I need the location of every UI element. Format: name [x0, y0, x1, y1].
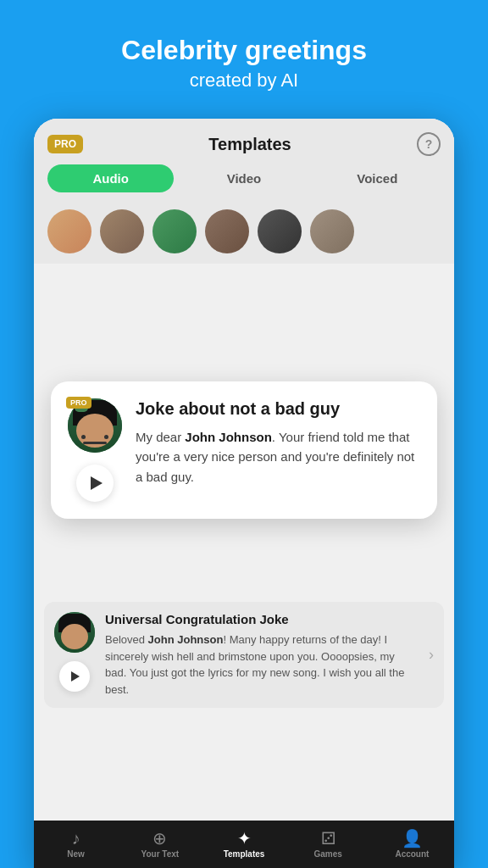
list-play-icon [71, 671, 80, 682]
play-icon [91, 476, 103, 490]
nav-item-your-text[interactable]: ⊕ Your Text [118, 821, 202, 868]
tab-video[interactable]: Video [180, 164, 307, 192]
nav-item-games[interactable]: ⚂ Games [286, 821, 370, 868]
card-celeb-avatar-container: PRO [68, 398, 122, 453]
tab-audio[interactable]: Audio [47, 164, 174, 192]
templates-icon: ✦ [237, 830, 252, 847]
celebrity-avatar-3[interactable] [152, 209, 197, 253]
card-right: Joke about not a bad guy My dear John Jo… [136, 398, 420, 502]
account-icon: 👤 [402, 830, 423, 847]
card-title: Joke about not a bad guy [136, 398, 420, 419]
card-play-button[interactable] [76, 465, 114, 502]
featured-card: PRO Joke about [51, 381, 437, 519]
list-item[interactable]: Universal Congratulation Joke Beloved Jo… [44, 602, 444, 708]
tab-voiced[interactable]: Voiced [314, 164, 441, 192]
header-title-line2: created by AI [17, 70, 471, 92]
celebrity-avatar-2[interactable] [100, 209, 144, 253]
card-pro-badge: PRO [66, 397, 92, 409]
card-body: My dear John Johnson. Your friend told m… [136, 427, 420, 487]
nav-item-new[interactable]: ♪ New [34, 821, 118, 868]
list-item-title: Universal Congratulation Joke [105, 612, 419, 626]
nav-label-games: Games [314, 849, 342, 859]
celebrity-avatar-4[interactable] [205, 209, 249, 253]
card-left: PRO [68, 398, 122, 502]
list-name: John Johnson [148, 633, 224, 646]
help-button[interactable]: ? [417, 132, 441, 156]
nav-label-account: Account [395, 849, 429, 859]
your-text-icon: ⊕ [152, 830, 167, 847]
celebrity-avatar-5[interactable] [258, 209, 302, 253]
tab-bar: Audio Video Voiced [34, 164, 454, 203]
bottom-nav: ♪ New ⊕ Your Text ✦ Templates ⚂ Games 👤 … [34, 821, 454, 868]
content-list: Universal Congratulation Joke Beloved Jo… [34, 602, 454, 821]
list-body-start: Beloved [105, 633, 148, 646]
nav-label-your-text: Your Text [141, 849, 179, 859]
list-item-body: Beloved John Johnson! Many happy returns… [105, 632, 419, 698]
nav-item-templates[interactable]: ✦ Templates [202, 821, 286, 868]
app-header: PRO Templates ? [34, 119, 454, 164]
screen-title: Templates [208, 135, 291, 154]
avatars-row [34, 203, 454, 264]
nav-label-new: New [67, 849, 85, 859]
pro-badge: PRO [47, 135, 83, 153]
music-icon: ♪ [72, 830, 80, 847]
app-screen: PRO Templates ? Audio Video Voiced [34, 119, 454, 868]
list-play-button[interactable] [59, 661, 90, 692]
games-icon: ⚂ [321, 830, 336, 847]
list-item-right: Universal Congratulation Joke Beloved Jo… [105, 612, 419, 698]
celebrity-avatar-1[interactable] [47, 209, 92, 253]
card-body-start: My dear [136, 430, 185, 444]
list-item-left [54, 612, 95, 692]
nav-label-templates: Templates [224, 849, 265, 859]
celebrity-avatar-6[interactable] [310, 209, 354, 253]
list-avatar [54, 612, 95, 653]
header-title-line1: Celebrity greetings [17, 34, 471, 66]
list-chevron-icon: › [429, 646, 434, 664]
card-name: John Johnson [185, 430, 272, 444]
nav-item-account[interactable]: 👤 Account [370, 821, 454, 868]
phone-mockup: PRO Templates ? Audio Video Voiced [34, 119, 454, 868]
header: Celebrity greetings created by AI [0, 0, 488, 108]
